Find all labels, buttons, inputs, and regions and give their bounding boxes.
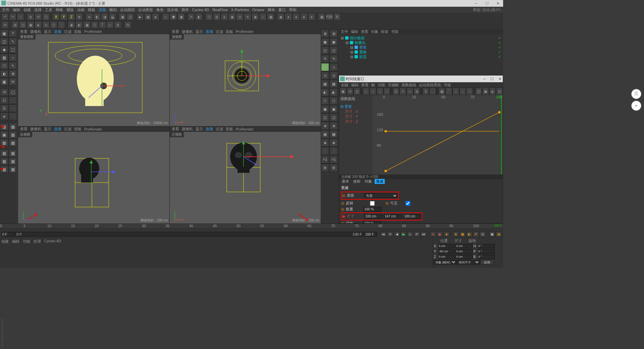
tl-tool[interactable]: ▣ — [340, 88, 346, 95]
track-item[interactable]: 尺寸 . Z — [340, 119, 371, 124]
tool-button[interactable]: ⊕ — [114, 21, 121, 29]
visible-checkbox[interactable] — [399, 201, 417, 206]
tl-menu[interactable]: 书签 — [444, 83, 451, 88]
mode-button[interactable]: ▣ — [0, 30, 8, 37]
tl-tool[interactable]: ◫ — [475, 88, 482, 95]
palette-button[interactable]: ✎ — [321, 55, 329, 63]
mode-button[interactable]: ? — [9, 30, 17, 37]
tool-button[interactable]: ⊗ — [75, 13, 83, 20]
shape-select[interactable]: 方形 — [364, 193, 398, 198]
mode-button[interactable]: ↖ — [9, 38, 17, 45]
palette-button[interactable]: ⬡ — [321, 97, 329, 105]
track-item[interactable]: 尺寸 . X — [340, 109, 371, 114]
pla-key-icon[interactable]: ◫ — [480, 232, 486, 237]
goto-end-button[interactable]: ⏭ — [421, 232, 427, 237]
viewport-menu[interactable]: 显示 — [44, 29, 51, 34]
palette-button[interactable]: ⊙ — [330, 71, 338, 80]
palette-button[interactable]: ▦ — [321, 130, 329, 138]
viewport-perspective[interactable]: 查看摄像机显示选项过滤面板ProRender 透视视图 Y X 网格间距 : 1… — [18, 29, 169, 126]
tool-button[interactable]: ● — [308, 13, 315, 20]
menu-运动图形[interactable]: 运动图形 — [138, 7, 153, 12]
tl-tool[interactable]: ⊡ — [393, 88, 399, 95]
tool-button[interactable]: ◐ — [195, 13, 203, 20]
viewport-menu[interactable]: 过滤 — [64, 127, 71, 132]
palette-button[interactable]: ▦ — [330, 80, 338, 88]
palette-button[interactable]: ▣ — [330, 105, 338, 113]
tool-button[interactable]: ⊕ — [27, 13, 34, 20]
size-y-input[interactable] — [384, 214, 402, 219]
palette-button[interactable]: ◫ — [321, 46, 329, 54]
menu-RealFlow[interactable]: RealFlow — [212, 8, 228, 12]
scale-input[interactable] — [363, 221, 381, 223]
viewport-menu[interactable]: ProRender — [236, 127, 254, 131]
size-x-input[interactable] — [364, 214, 382, 219]
palette-button[interactable]: ⊕ — [330, 122, 338, 130]
tl-menu[interactable]: 关键帧 — [388, 83, 399, 88]
tool-button[interactable]: ☼ — [259, 13, 267, 20]
palette-button[interactable]: ⋮ — [330, 147, 338, 155]
prev-frame-button[interactable]: ◀ — [394, 232, 400, 237]
tl-tool[interactable]: ▦ — [438, 88, 445, 95]
attr-tab[interactable]: 衰减 — [375, 179, 385, 184]
param-key-icon[interactable]: P — [473, 232, 479, 237]
tl-tool[interactable]: ◈ — [489, 88, 496, 95]
pos-x[interactable] — [438, 244, 455, 248]
viewport-menu[interactable]: 选项 — [206, 29, 213, 34]
next-frame-button[interactable]: ▷ — [407, 232, 413, 237]
palette-button[interactable]: ⊙ — [321, 71, 329, 80]
rot-b[interactable] — [478, 255, 495, 259]
tool-button[interactable]: ▶ — [137, 13, 144, 20]
tl-tool[interactable]: ○ — [370, 88, 376, 95]
om-tab[interactable]: 标签 — [381, 29, 388, 34]
palette-button[interactable]: ◐ — [321, 88, 329, 96]
mode-button[interactable]: ⬡ — [0, 62, 8, 69]
tool-button[interactable]: Z — [68, 13, 75, 20]
tool-button[interactable]: ☀ — [244, 13, 251, 20]
timeline-ruler[interactable]: 0510152025303540455055606570758085909510… — [0, 223, 503, 231]
palette-button[interactable]: ▣ — [321, 38, 329, 46]
palette-button[interactable]: ◐ — [330, 88, 338, 96]
tool-button[interactable]: ⟳ — [1, 21, 9, 29]
menu-编辑[interactable]: 编辑 — [13, 7, 20, 12]
om-tab[interactable]: 查看 — [361, 29, 368, 34]
menu-插件[interactable]: 插件 — [181, 7, 189, 12]
key-scheme-icon[interactable]: ▤ — [496, 232, 502, 237]
tool-button[interactable]: X — [52, 13, 60, 20]
tl-tool[interactable]: + — [399, 88, 406, 95]
pos-z[interactable] — [438, 255, 455, 259]
size-z[interactable] — [456, 255, 473, 259]
tool-button[interactable]: ◈ — [152, 13, 159, 20]
tool-button[interactable]: ▢ — [42, 13, 50, 20]
tl-tool[interactable]: ○ — [363, 88, 369, 95]
tool-button[interactable]: ⟲ — [35, 13, 42, 20]
maximize-button[interactable]: ☐ — [482, 0, 492, 7]
viewport-menu[interactable]: 查看 — [172, 127, 179, 132]
tool-button[interactable]: ● — [292, 13, 300, 20]
mode-button[interactable]: ○ — [9, 54, 17, 61]
close-button[interactable]: ✕ — [492, 0, 503, 7]
menu-流水线[interactable]: 流水线 — [167, 7, 178, 12]
menu-渲染[interactable]: 渲染 — [99, 7, 106, 12]
viewport-menu[interactable]: 查看 — [20, 29, 28, 34]
tool-button[interactable]: ✎ — [187, 13, 195, 20]
tool-button[interactable]: ↷ — [9, 13, 16, 20]
viewport-menu[interactable]: 显示 — [44, 127, 51, 132]
tool-button[interactable]: ▦ — [144, 13, 152, 20]
mode-button[interactable]: U — [0, 96, 8, 104]
key-mode-icon[interactable]: ▣ — [489, 232, 495, 237]
viewport-menu[interactable]: 面板 — [226, 127, 233, 132]
tl-tool[interactable]: — — [407, 88, 413, 95]
palette-button[interactable]: ✎ — [330, 55, 338, 63]
end-frame-field[interactable]: 100 F — [364, 232, 377, 237]
tl-tool[interactable]: ⌢ — [466, 88, 473, 95]
mode-button[interactable]: ◐ — [0, 70, 8, 78]
tool-button[interactable]: ○ — [17, 13, 24, 20]
palette-button[interactable]: ◈ — [321, 139, 329, 147]
tool-button[interactable]: ⊙ — [42, 21, 50, 29]
palette-button[interactable]: ⚙ — [330, 164, 338, 172]
mode-button[interactable]: ▦ — [9, 157, 17, 165]
viewport-menu[interactable]: 选项 — [54, 127, 61, 132]
scale-key-icon[interactable]: ▦ — [460, 232, 466, 237]
material-tab[interactable]: 创建 — [1, 239, 9, 244]
tool-button[interactable]: ⊞ — [213, 13, 220, 20]
